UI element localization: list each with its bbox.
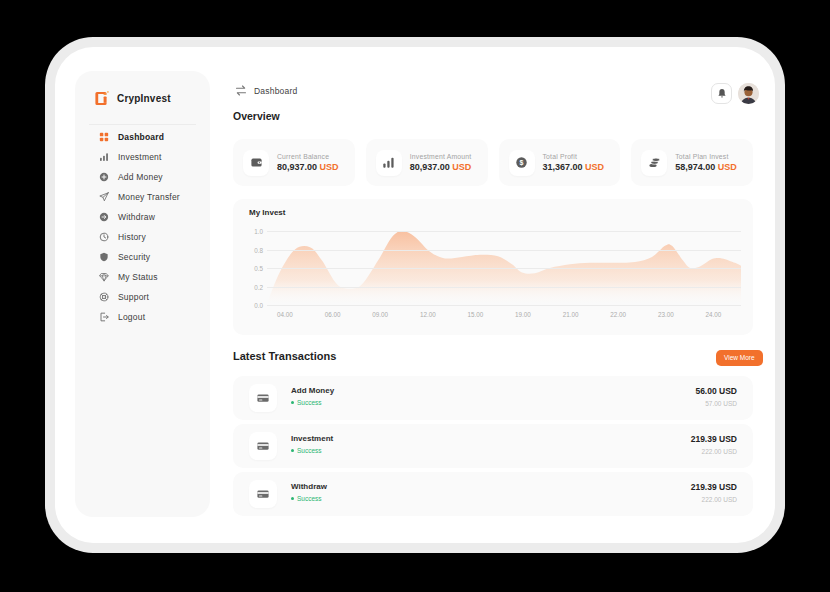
stat-card-label: Investment Amount — [410, 153, 472, 160]
svg-text:$: $ — [520, 159, 524, 167]
breadcrumb: Dashboard — [254, 86, 297, 96]
wallet-icon — [243, 150, 269, 176]
stat-card-label: Total Profit — [543, 153, 605, 160]
dollar-coin-icon: $ — [509, 150, 535, 176]
x-axis-label: 22.00 — [601, 311, 635, 318]
transaction-status: Success — [291, 495, 322, 502]
transaction-row-withdraw[interactable]: Withdraw Success 219.39 USD 222.00 USD — [233, 472, 753, 516]
sidebar-item-label: Investment — [118, 152, 162, 162]
sidebar-item-label: Support — [118, 292, 149, 302]
notifications-button[interactable] — [711, 83, 732, 104]
logout-icon — [99, 312, 109, 322]
arrow-circle-icon — [99, 212, 109, 222]
credit-card-icon — [249, 384, 277, 412]
stat-card-value: 80,937.00 USD — [277, 162, 339, 172]
y-axis-label: 0.5 — [239, 265, 263, 272]
stat-card-currency: USD — [718, 162, 737, 172]
chart-gridline — [267, 287, 741, 288]
sidebar-menu: Dashboard Investment Add Money Money Tra… — [75, 127, 210, 327]
transactions-title: Latest Transactions — [233, 350, 336, 362]
invest-area-chart — [267, 227, 741, 307]
transaction-amount: 219.39 USD — [691, 434, 737, 444]
chart-gridline — [267, 250, 741, 251]
x-axis-label: 06.00 — [316, 311, 350, 318]
screen-background: CrypInvest Dashboard Investment Add Mone… — [0, 0, 830, 592]
transaction-sub-amount: 57.00 USD — [705, 400, 737, 407]
transaction-status: Success — [291, 399, 322, 406]
y-axis-label: 0.8 — [239, 246, 263, 253]
stat-card-label: Total Plan Invest — [675, 153, 737, 160]
history-icon — [99, 232, 109, 242]
transactions-list: Add Money Success 56.00 USD 57.00 USD In… — [233, 376, 753, 516]
sidebar-item-label: History — [118, 232, 146, 242]
support-icon — [99, 292, 109, 302]
shield-icon — [99, 252, 109, 262]
sidebar-item-security[interactable]: Security — [75, 247, 210, 267]
x-axis-label: 21.00 — [554, 311, 588, 318]
stat-card-current-balance: Current Balance 80,937.00 USD — [233, 139, 355, 186]
transaction-title: Add Money — [291, 386, 334, 395]
brand-logo[interactable]: CrypInvest — [94, 90, 171, 107]
stat-card-label: Current Balance — [277, 153, 339, 160]
x-axis-label: 12.00 — [411, 311, 445, 318]
transaction-amount: 219.39 USD — [691, 482, 737, 492]
x-axis-label: 24.00 — [696, 311, 730, 318]
stat-card-value: 80,937.00 USD — [410, 162, 472, 172]
x-axis-label: 09.00 — [363, 311, 397, 318]
app-window: CrypInvest Dashboard Investment Add Mone… — [55, 47, 775, 543]
sidebar-item-label: Security — [118, 252, 150, 262]
x-axis-label: 23.00 — [649, 311, 683, 318]
x-axis-label: 15.00 — [458, 311, 492, 318]
sidebar-item-label: Money Transfer — [118, 192, 180, 202]
sidebar-item-label: Logout — [118, 312, 145, 322]
coins-icon — [641, 150, 667, 176]
credit-card-icon — [249, 480, 277, 508]
bars-icon — [376, 150, 402, 176]
invest-chart-panel: My Invest 1.00.80.50.20.004.0006.0009.00… — [233, 199, 753, 335]
user-avatar[interactable] — [738, 83, 759, 104]
transaction-sub-amount: 222.00 USD — [702, 448, 737, 455]
view-more-button[interactable]: View More — [716, 350, 763, 366]
stat-card-total-plan-invest: Total Plan Invest 58,974.00 USD — [631, 139, 753, 186]
transaction-amount: 56.00 USD — [695, 386, 737, 396]
sidebar-item-investment[interactable]: Investment — [75, 147, 210, 167]
stat-card-currency: USD — [320, 162, 339, 172]
stat-card-value: 58,974.00 USD — [675, 162, 737, 172]
overview-cards: Current Balance 80,937.00 USD Investment… — [233, 139, 753, 186]
stat-card-value: 31,367.00 USD — [543, 162, 605, 172]
sidebar-item-label: Withdraw — [118, 212, 155, 222]
brand-logo-icon — [94, 90, 111, 107]
diamond-icon — [99, 272, 109, 282]
stat-card-currency: USD — [585, 162, 604, 172]
sidebar-item-label: My Status — [118, 272, 158, 282]
sidebar-item-money-transfer[interactable]: Money Transfer — [75, 187, 210, 207]
sidebar-item-my-status[interactable]: My Status — [75, 267, 210, 287]
page-title: Overview — [233, 110, 280, 122]
transaction-row-investment[interactable]: Investment Success 219.39 USD 222.00 USD — [233, 424, 753, 468]
sidebar-item-support[interactable]: Support — [75, 287, 210, 307]
transaction-sub-amount: 222.00 USD — [702, 496, 737, 503]
sidebar-item-logout[interactable]: Logout — [75, 307, 210, 327]
chart-gridline — [267, 268, 741, 269]
sidebar-item-add-money[interactable]: Add Money — [75, 167, 210, 187]
chart-gridline — [267, 231, 741, 232]
sidebar: CrypInvest Dashboard Investment Add Mone… — [75, 71, 210, 517]
sidebar-divider — [89, 124, 196, 125]
stat-card-currency: USD — [452, 162, 471, 172]
sidebar-item-dashboard[interactable]: Dashboard — [75, 127, 210, 147]
window-outer-ring: CrypInvest Dashboard Investment Add Mone… — [45, 37, 785, 553]
sidebar-item-history[interactable]: History — [75, 227, 210, 247]
x-axis-label: 04.00 — [268, 311, 302, 318]
sidebar-item-withdraw[interactable]: Withdraw — [75, 207, 210, 227]
x-axis-label: 19.00 — [506, 311, 540, 318]
swap-arrows-icon[interactable] — [235, 85, 247, 96]
sidebar-item-label: Dashboard — [118, 132, 164, 142]
y-axis-label: 1.0 — [239, 228, 263, 235]
sidebar-item-label: Add Money — [118, 172, 163, 182]
transaction-row-add-money[interactable]: Add Money Success 56.00 USD 57.00 USD — [233, 376, 753, 420]
credit-card-icon — [249, 432, 277, 460]
bar-chart-icon — [99, 152, 109, 162]
bell-icon — [717, 88, 727, 99]
status-dot — [291, 401, 294, 404]
brand-name: CrypInvest — [117, 93, 171, 104]
